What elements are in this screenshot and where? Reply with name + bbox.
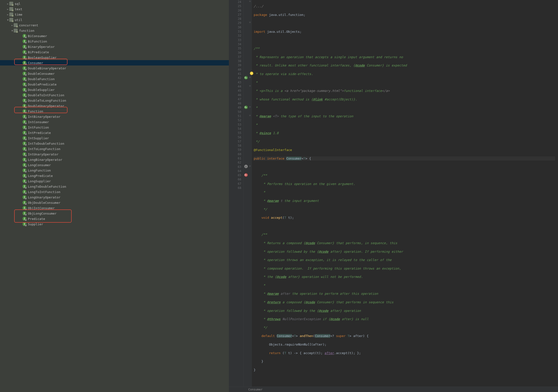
tree-item-longtodoublefunction[interactable]: ILongToDoubleFunction: [0, 184, 229, 189]
scrollbar-vertical[interactable]: [555, 0, 558, 387]
interface-icon: I: [22, 142, 26, 145]
line-number: 33: [229, 38, 241, 42]
line-number: 67: [229, 182, 241, 186]
tree-item-biconsumer[interactable]: IBiConsumer: [0, 33, 229, 39]
tree-item-function[interactable]: IFunction: [0, 109, 229, 114]
code-editor[interactable]: /.../ package java.util.function; import…: [252, 0, 555, 387]
tree-label: function: [19, 29, 34, 33]
tree-item-doubletointfunction[interactable]: IDoubleToIntFunction: [0, 92, 229, 98]
tree-item-longunaryoperator[interactable]: ILongUnaryOperator: [0, 195, 229, 200]
tree-item-longconsumer[interactable]: ILongConsumer: [0, 162, 229, 168]
tree-label: LongPredicate: [28, 174, 53, 178]
tree-label: BiConsumer: [28, 34, 47, 38]
line-number: 34: [229, 42, 241, 46]
interface-icon: I: [22, 125, 26, 129]
override-up-gutter-icon[interactable]: O↑: [244, 173, 248, 177]
fold-column[interactable]: ⊟ ⊟ ⊟ ⊟ ⊟ ⊟ ⊟: [249, 0, 252, 387]
tree-item-booleansupplier[interactable]: IBooleanSupplier: [0, 55, 229, 60]
tree-label: LongFunction: [28, 169, 51, 172]
tree-item-intfunction[interactable]: IIntFunction: [0, 125, 229, 130]
line-number-gutter: 2425262728293031323334353637383940414243…: [229, 0, 244, 387]
tree-folder-time[interactable]: ►time: [0, 12, 229, 17]
tree-item-intunaryoperator[interactable]: IIntUnaryOperator: [0, 152, 229, 157]
tree-item-doublepredicate[interactable]: IDoublePredicate: [0, 82, 229, 87]
tree-label: LongUnaryOperator: [28, 196, 60, 199]
tree-item-longsupplier[interactable]: ILongSupplier: [0, 178, 229, 184]
tree-label: DoubleConsumer: [28, 72, 55, 76]
tree-folder-util[interactable]: ▼util: [0, 17, 229, 22]
tree-item-longpredicate[interactable]: ILongPredicate: [0, 173, 229, 178]
interface-icon: I: [22, 163, 26, 167]
breadcrumb-bar[interactable]: Consumer: [229, 387, 558, 392]
line-number: 35: [229, 46, 241, 51]
tree-item-bipredicate[interactable]: IBiPredicate: [0, 49, 229, 55]
tree-item-bifunction[interactable]: IBiFunction: [0, 39, 229, 44]
folded-region[interactable]: /.../: [254, 4, 263, 8]
tree-item-consumer[interactable]: IConsumer: [0, 60, 229, 65]
line-number: 49: [229, 106, 241, 110]
line-number: 64: [229, 169, 241, 173]
tree-label: BooleanSupplier: [28, 56, 56, 59]
tree-item-intpredicate[interactable]: IIntPredicate: [0, 130, 229, 135]
tree-item-longbinaryoperator[interactable]: ILongBinaryOperator: [0, 157, 229, 162]
interface-icon: I: [22, 120, 26, 124]
editor-area: 2425262728293031323334353637383940414243…: [229, 0, 558, 392]
interface-icon: I: [22, 179, 26, 183]
tree-label: Supplier: [28, 222, 43, 226]
breadcrumb-item[interactable]: Consumer: [248, 388, 263, 391]
tree-label: LongConsumer: [28, 163, 51, 167]
line-number: 31: [229, 30, 241, 34]
tree-label: Predicate: [28, 217, 45, 221]
line-number: 38: [229, 59, 241, 63]
tree-label: LongBinaryOperator: [28, 158, 62, 162]
tree-item-objlongconsumer[interactable]: IObjLongConsumer: [0, 211, 229, 216]
line-number: 54: [229, 127, 241, 131]
tree-label: LongSupplier: [28, 179, 51, 183]
tree-label: ObjIntConsumer: [28, 206, 55, 210]
project-tree[interactable]: ►sql►text►time▼util►concurrent▼functionI…: [0, 0, 229, 392]
line-number: 55: [229, 131, 241, 135]
tree-item-doublefunction[interactable]: IDoubleFunction: [0, 76, 229, 82]
tree-item-intsupplier[interactable]: IIntSupplier: [0, 135, 229, 141]
tree-item-supplier[interactable]: ISupplier: [0, 221, 229, 227]
tree-item-longtointfunction[interactable]: ILongToIntFunction: [0, 189, 229, 195]
tree-label: IntPredicate: [28, 131, 51, 135]
line-number: 32: [229, 34, 241, 38]
tree-label: IntBinaryOperator: [28, 115, 60, 119]
tree-item-doublesupplier[interactable]: IDoubleSupplier: [0, 87, 229, 92]
tree-item-inttolongfunction[interactable]: IIntToLongFunction: [0, 146, 229, 152]
interface-icon: I: [22, 88, 26, 92]
interface-icon: I: [22, 217, 26, 221]
tree-item-predicate[interactable]: IPredicate: [0, 216, 229, 221]
folder-icon: [14, 23, 18, 27]
tree-folder-text[interactable]: ►text: [0, 6, 229, 12]
tree-item-objintconsumer[interactable]: IObjIntConsumer: [0, 205, 229, 211]
interface-icon: I: [22, 45, 26, 49]
tree-label: BinaryOperator: [28, 45, 55, 49]
tree-item-doublebinaryoperator[interactable]: IDoubleBinaryOperator: [0, 65, 229, 71]
tree-item-intconsumer[interactable]: IIntConsumer: [0, 119, 229, 125]
tree-folder-sql[interactable]: ►sql: [0, 1, 229, 6]
override-gutter-icon[interactable]: O↓: [244, 76, 248, 79]
tree-item-objdoubleconsumer[interactable]: IObjDoubleConsumer: [0, 200, 229, 205]
tree-label: text: [15, 7, 22, 11]
tree-item-longfunction[interactable]: ILongFunction: [0, 168, 229, 173]
line-number: 25: [229, 4, 241, 8]
annotation-gutter-icon[interactable]: @: [244, 165, 248, 168]
tree-label: ObjDoubleConsumer: [28, 201, 60, 205]
line-number: 28: [229, 17, 241, 21]
line-number: 65: [229, 173, 241, 177]
line-number: 27: [229, 13, 241, 17]
tree-item-inttodoublefunction[interactable]: IIntToDoubleFunction: [0, 141, 229, 146]
interface-icon: I: [22, 222, 26, 226]
tree-item-doubleunaryoperator[interactable]: IDoubleUnaryOperator: [0, 103, 229, 109]
tree-folder-concurrent[interactable]: ►concurrent: [0, 22, 229, 28]
override-gutter-icon[interactable]: O↓: [244, 106, 248, 109]
tree-folder-function[interactable]: ▼function: [0, 28, 229, 33]
tree-item-binaryoperator[interactable]: IBinaryOperator: [0, 44, 229, 49]
folder-icon: [9, 7, 13, 11]
tree-item-doubletolongfunction[interactable]: IDoubleToLongFunction: [0, 98, 229, 103]
tree-label: Consumer: [28, 61, 43, 65]
tree-item-intbinaryoperator[interactable]: IIntBinaryOperator: [0, 114, 229, 119]
tree-item-doubleconsumer[interactable]: IDoubleConsumer: [0, 71, 229, 76]
